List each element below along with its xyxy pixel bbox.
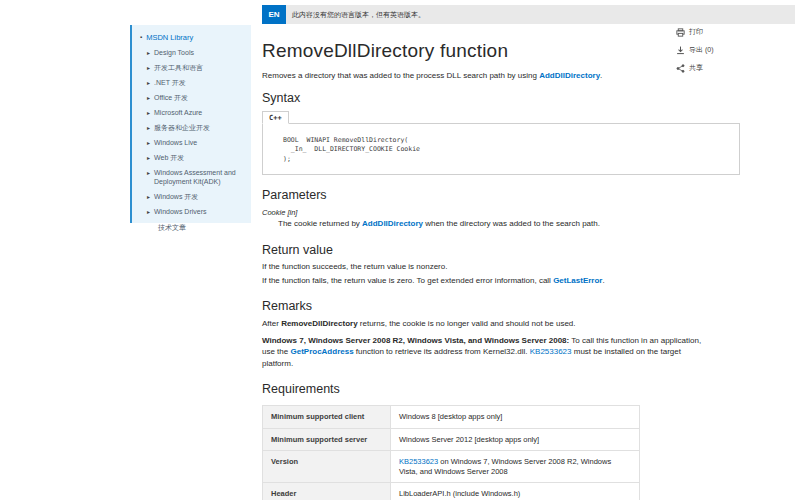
article: RemoveDllDirectory function Removes a di… (262, 30, 740, 500)
parameter-name: Cookie [in] (262, 208, 740, 217)
table-row: Minimum supported server Windows Server … (263, 428, 640, 450)
return-fail-text: If the function fails, the return value … (262, 276, 740, 285)
requirement-value: Windows Server 2012 [desktop apps only] (391, 428, 640, 450)
sidebar-item-windows-drivers[interactable]: ▸Windows Drivers (147, 208, 247, 217)
param-desc-tail: when the directory was added to the sear… (423, 219, 600, 228)
sidebar-list: ▸Design Tools ▸开发工具和语言 ▸.NET 开发 ▸Office … (140, 49, 247, 216)
sidebar-root-link[interactable]: MSDN Library (146, 33, 193, 42)
requirement-value: Windows 8 [desktop apps only] (391, 406, 640, 428)
kb2533623-link[interactable]: KB2533623 (399, 457, 438, 466)
header-value-line1: LibLoaderAPI.h (include Windows.h) (399, 489, 520, 498)
chevron-right-icon: ▸ (147, 154, 150, 163)
sidebar-item-label: Windows 开发 (154, 193, 198, 202)
table-row: Version KB2533623 on Windows 7, Windows … (263, 450, 640, 482)
chevron-right-icon: ▸ (147, 64, 150, 73)
requirement-value: LibLoaderAPI.h (include Windows.h)None o… (391, 482, 640, 500)
chevron-right-icon: ▸ (147, 124, 150, 133)
sidebar-item-dev-tools-languages[interactable]: ▸开发工具和语言 (147, 64, 247, 73)
bullet-icon: ▪ (140, 33, 142, 42)
remarks-paragraph-1: After RemoveDllDirectory returns, the co… (262, 318, 710, 330)
remarks-p1-pre: After (262, 319, 281, 328)
requirement-value: KB2533623 on Windows 7, Windows Server 2… (391, 450, 640, 482)
language-banner: EN 此内容没有您的语言版本，但有英语版本。 (262, 5, 795, 24)
parameter-description: The cookie returned by AddDllDirectory w… (278, 219, 740, 228)
requirement-label: Minimum supported server (263, 428, 391, 450)
page: ▪ MSDN Library ▸Design Tools ▸开发工具和语言 ▸.… (0, 0, 795, 500)
sidebar-item-dotnet-dev[interactable]: ▸.NET 开发 (147, 79, 247, 88)
sidebar-item-label: Web 开发 (154, 154, 184, 163)
chevron-right-icon: ▸ (147, 193, 150, 202)
return-success-text: If the function succeeds, the return val… (262, 262, 740, 271)
sidebar-item-tech-articles[interactable]: 技术文章 (158, 223, 247, 233)
chevron-right-icon: ▸ (147, 79, 150, 88)
sidebar-item-label: Design Tools (154, 49, 194, 58)
sidebar-item-label: .NET 开发 (154, 79, 186, 88)
return-fail-post: . (602, 276, 604, 285)
sidebar-item-label: Windows Assessment and Deployment Kit(AD… (154, 169, 247, 186)
language-badge[interactable]: EN (262, 5, 286, 24)
tab-cpp[interactable]: C++ (262, 111, 289, 124)
sidebar-item-windows-live[interactable]: ▸Windows Live (147, 139, 247, 148)
syntax-heading: Syntax (262, 91, 740, 105)
sidebar-item-msdn-library[interactable]: ▪ MSDN Library (140, 33, 247, 42)
requirement-label: Version (263, 450, 391, 482)
sidebar-item-windows-dev[interactable]: ▸Windows 开发 (147, 193, 247, 202)
chevron-right-icon: ▸ (147, 169, 150, 178)
chevron-right-icon: ▸ (147, 109, 150, 118)
sidebar-item-windows-adk[interactable]: ▸Windows Assessment and Deployment Kit(A… (147, 169, 247, 186)
sidebar-item-label: Office 开发 (154, 94, 188, 103)
remarks-os-list: Windows 7, Windows Server 2008 R2, Windo… (262, 336, 569, 345)
adddlldirectory-link[interactable]: AddDllDirectory (539, 71, 600, 80)
requirement-label: Header (263, 482, 391, 500)
remarks-heading: Remarks (262, 299, 740, 313)
sidebar-item-design-tools[interactable]: ▸Design Tools (147, 49, 247, 58)
intro-paragraph: Removes a directory that was added to th… (262, 71, 740, 80)
requirement-label: Minimum supported client (263, 406, 391, 428)
return-value-heading: Return value (262, 243, 740, 257)
getprocaddress-link[interactable]: GetProcAddress (290, 347, 353, 356)
chevron-right-icon: ▸ (147, 139, 150, 148)
sidebar-item-web-dev[interactable]: ▸Web 开发 (147, 154, 247, 163)
sidebar-item-label: Microsoft Azure (154, 109, 202, 118)
sidebar: ▪ MSDN Library ▸Design Tools ▸开发工具和语言 ▸.… (130, 25, 251, 223)
adddlldirectory-link[interactable]: AddDllDirectory (362, 219, 423, 228)
sidebar-item-label: Windows Live (154, 139, 197, 148)
sidebar-item-label: 服务器和企业开发 (154, 124, 210, 133)
sidebar-item-microsoft-azure[interactable]: ▸Microsoft Azure (147, 109, 247, 118)
parameters-heading: Parameters (262, 188, 740, 202)
getlasterror-link[interactable]: GetLastError (553, 276, 602, 285)
param-desc-text: The cookie returned by (278, 219, 362, 228)
sidebar-item-label: Windows Drivers (154, 208, 207, 217)
kb2533623-link[interactable]: KB2533623 (530, 347, 572, 356)
sidebar-item-server-enterprise-dev[interactable]: ▸服务器和企业开发 (147, 124, 247, 133)
intro-text: Removes a directory that was added to th… (262, 71, 539, 80)
syntax-code: BOOL WINAPI RemoveDllDirectory( _In_ DLL… (283, 136, 739, 164)
requirements-table: Minimum supported client Windows 8 [desk… (262, 405, 640, 500)
chevron-right-icon: ▸ (147, 208, 150, 217)
code-box: BOOL WINAPI RemoveDllDirectory( _In_ DLL… (262, 123, 740, 175)
banner-message: 此内容没有您的语言版本，但有英语版本。 (292, 10, 425, 20)
sidebar-item-office-dev[interactable]: ▸Office 开发 (147, 94, 247, 103)
chevron-right-icon: ▸ (147, 49, 150, 58)
intro-period: . (600, 71, 602, 80)
remarks-paragraph-2: Windows 7, Windows Server 2008 R2, Windo… (262, 335, 710, 370)
table-row: Minimum supported client Windows 8 [desk… (263, 406, 640, 428)
return-fail-pre: If the function fails, the return value … (262, 276, 553, 285)
syntax-block: C++ BOOL WINAPI RemoveDllDirectory( _In_… (262, 105, 740, 175)
page-title: RemoveDllDirectory function (262, 40, 740, 62)
requirements-heading: Requirements (262, 382, 740, 396)
sidebar-item-label: 开发工具和语言 (154, 64, 203, 73)
remarks-p1-bold: RemoveDllDirectory (281, 319, 357, 328)
table-row: Header LibLoaderAPI.h (include Windows.h… (263, 482, 640, 500)
remarks-p1-post: returns, the cookie is no longer valid a… (358, 319, 576, 328)
remarks-p2-mid2: function to retrieve its address from Ke… (354, 347, 530, 356)
chevron-right-icon: ▸ (147, 94, 150, 103)
